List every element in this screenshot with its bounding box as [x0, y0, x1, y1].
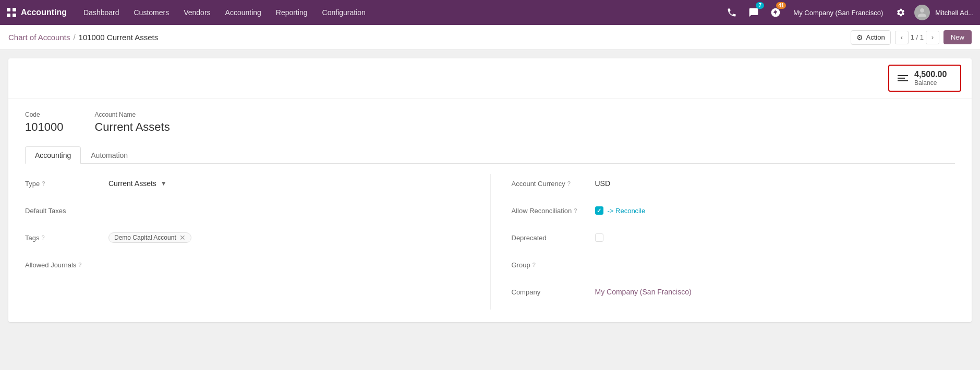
group-help-icon[interactable]: ? [533, 262, 536, 268]
svg-rect-3 [13, 14, 16, 17]
tags-label: Tags ? [25, 234, 108, 242]
nav-vendors[interactable]: Vendors [177, 5, 216, 20]
group-row: Group ? [512, 255, 955, 274]
svg-rect-0 [7, 8, 10, 11]
tab-automation[interactable]: Automation [81, 146, 138, 164]
deprecated-row: Deprecated [512, 228, 955, 247]
allow-reconciliation-checkbox[interactable]: ✓ [595, 206, 603, 215]
account-name-group: Account Name Current Assets [94, 111, 170, 134]
allow-reconciliation-row: Allow Reconciliation ? ✓ -> Reconcile [512, 201, 955, 220]
balance-widget: 4,500.00 Balance [888, 65, 961, 92]
allow-reconciliation-label: Allow Reconciliation ? [512, 207, 595, 215]
type-value[interactable]: Current Assets ▼ [108, 179, 482, 188]
user-name: Mitchell Ad... [935, 9, 974, 17]
top-nav: Accounting Dashboard Customers Vendors A… [0, 0, 980, 25]
right-column: Account Currency ? USD Allow Reconciliat… [490, 174, 955, 310]
pager-prev[interactable]: ‹ [895, 31, 909, 44]
new-button[interactable]: New [943, 30, 972, 44]
breadcrumb-bar: Chart of Accounts / 101000 Current Asset… [0, 25, 980, 50]
allowed-journals-label: Allowed Journals ? [25, 261, 108, 269]
balance-value-block: 4,500.00 Balance [914, 70, 947, 87]
type-label: Type ? [25, 180, 108, 188]
app-grid-icon[interactable] [6, 7, 17, 18]
company-link[interactable]: My Company (San Francisco) [595, 288, 692, 296]
checkbox-check-icon: ✓ [597, 207, 601, 214]
company-name[interactable]: My Company (San Francisco) [793, 9, 883, 17]
pager-next[interactable]: › [926, 31, 939, 44]
breadcrumb-separator: / [73, 33, 75, 42]
balance-amount: 4,500.00 [914, 70, 947, 79]
account-name-value[interactable]: Current Assets [94, 120, 170, 134]
deprecated-value [595, 233, 955, 242]
nav-right: 7 41 My Company (San Francisco) Mitchell… [723, 4, 974, 21]
app-name[interactable]: Accounting [21, 8, 67, 17]
nav-configuration[interactable]: Configuration [316, 5, 372, 20]
account-currency-value[interactable]: USD [595, 179, 955, 188]
pager-text: 1 / 1 [911, 33, 924, 41]
action-label: Action [866, 33, 885, 41]
user-avatar[interactable] [914, 5, 930, 20]
main-content: 4,500.00 Balance Code 101000 Account Nam… [0, 50, 980, 370]
account-currency-label: Account Currency ? [512, 180, 595, 188]
company-value: My Company (San Francisco) [595, 288, 955, 296]
phone-icon-btn[interactable] [723, 4, 740, 21]
type-help-icon[interactable]: ? [42, 180, 45, 187]
account-currency-help-icon[interactable]: ? [567, 180, 571, 187]
account-currency-row: Account Currency ? USD [512, 174, 955, 193]
nav-accounting[interactable]: Accounting [219, 5, 268, 20]
form-card: 4,500.00 Balance Code 101000 Account Nam… [8, 58, 972, 322]
default-taxes-row: Default Taxes [25, 201, 482, 220]
tag-demo-capital: Demo Capital Account ✕ [108, 232, 191, 243]
code-value[interactable]: 101000 [25, 120, 63, 134]
account-name-label: Account Name [94, 111, 170, 118]
breadcrumb-current: 101000 Current Assets [79, 33, 159, 42]
activity-badge: 41 [776, 2, 786, 9]
type-row: Type ? Current Assets ▼ [25, 174, 482, 193]
allow-reconciliation-value: ✓ -> Reconcile [595, 206, 955, 215]
pager: ‹ 1 / 1 › [895, 31, 939, 44]
code-group: Code 101000 [25, 111, 63, 134]
tab-accounting[interactable]: Accounting [25, 146, 81, 164]
nav-reporting[interactable]: Reporting [270, 5, 314, 20]
form-header: Code 101000 Account Name Current Assets [25, 111, 955, 134]
company-label: Company [512, 288, 595, 296]
nav-dashboard[interactable]: Dashboard [77, 5, 126, 20]
balance-bar: 4,500.00 Balance [8, 58, 972, 98]
balance-line-3 [898, 80, 908, 81]
allow-reconciliation-help-icon[interactable]: ? [574, 207, 577, 214]
tags-help-icon[interactable]: ? [41, 235, 44, 241]
activity-icon-btn[interactable]: 41 [767, 4, 784, 21]
breadcrumb-right: ⚙ Action ‹ 1 / 1 › New [851, 30, 972, 45]
allowed-journals-help-icon[interactable]: ? [78, 262, 81, 268]
left-column: Type ? Current Assets ▼ [25, 174, 490, 310]
tabs: Accounting Automation [25, 146, 955, 164]
balance-line-2 [898, 78, 905, 79]
allowed-journals-row: Allowed Journals ? [25, 255, 482, 274]
balance-line-1 [898, 75, 908, 76]
form-body: Code 101000 Account Name Current Assets … [8, 98, 972, 322]
chat-badge: 7 [756, 2, 764, 9]
settings-icon-btn[interactable] [892, 4, 909, 21]
deprecated-label: Deprecated [512, 234, 595, 242]
default-taxes-label: Default Taxes [25, 207, 108, 215]
code-label: Code [25, 111, 63, 118]
tags-row: Tags ? Demo Capital Account ✕ [25, 228, 482, 247]
nav-customers[interactable]: Customers [128, 5, 176, 20]
company-row: Company My Company (San Francisco) [512, 282, 955, 301]
breadcrumb-parent[interactable]: Chart of Accounts [8, 33, 70, 42]
balance-label: Balance [914, 79, 947, 87]
svg-rect-2 [7, 14, 10, 17]
svg-rect-1 [13, 8, 16, 11]
deprecated-checkbox[interactable] [595, 233, 603, 242]
tags-value: Demo Capital Account ✕ [108, 232, 482, 243]
tag-remove-icon[interactable]: ✕ [179, 234, 186, 241]
type-dropdown-arrow: ▼ [161, 180, 167, 187]
action-button[interactable]: ⚙ Action [851, 30, 891, 45]
gear-icon: ⚙ [856, 33, 863, 42]
chat-icon-btn[interactable]: 7 [745, 4, 762, 21]
group-label: Group ? [512, 261, 595, 269]
balance-lines-icon [898, 75, 908, 81]
reconcile-link[interactable]: -> Reconcile [608, 207, 646, 215]
breadcrumb: Chart of Accounts / 101000 Current Asset… [8, 33, 158, 42]
form-fields: Type ? Current Assets ▼ [25, 174, 955, 310]
